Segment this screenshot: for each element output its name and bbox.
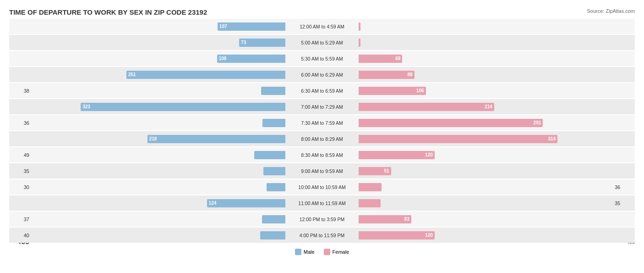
legend-female-box	[324, 249, 330, 255]
female-value-right: 36	[612, 184, 635, 190]
bars-center: 10:00 AM to 10:59 AM	[32, 179, 612, 195]
table-row: 107 12:00 AM to 4:59 AM	[9, 19, 635, 34]
female-bar: 51	[359, 167, 391, 175]
male-value-left: 38	[9, 88, 32, 94]
female-bar: 314	[359, 135, 557, 143]
female-bar-value: 314	[548, 136, 556, 141]
male-bar	[263, 167, 285, 175]
male-value-left: 35	[9, 168, 32, 174]
female-bar-wrap	[359, 35, 612, 50]
time-label: 12:00 PM to 3:59 PM	[285, 217, 359, 222]
male-bar-value: 323	[82, 104, 90, 109]
female-bar-value: 291	[534, 120, 541, 125]
male-bar: 323	[81, 103, 285, 111]
male-bar: 108	[217, 55, 285, 63]
male-bar-wrap: 323	[32, 99, 285, 114]
female-bar: 120	[359, 231, 435, 240]
table-row: 37 12:00 PM to 3:59 PM 83	[9, 212, 635, 227]
female-bar: 69	[359, 55, 402, 63]
male-bar-wrap: 218	[32, 131, 285, 146]
time-label: 6:30 AM to 6:59 AM	[285, 88, 359, 94]
male-value-left: 40	[9, 233, 32, 238]
female-bar-value: 214	[485, 104, 492, 109]
table-row: 251 6:00 AM to 6:29 AM 88	[9, 67, 635, 82]
male-bar	[267, 183, 285, 191]
female-bar-value: 120	[425, 233, 433, 238]
female-bar-wrap: 88	[359, 67, 612, 82]
legend-male-label: Male	[304, 249, 315, 255]
male-bar	[260, 231, 285, 240]
male-bar-wrap: 251	[32, 67, 285, 82]
female-bar-wrap	[359, 195, 612, 211]
bars-center: 6:30 AM to 6:59 AM 106	[32, 83, 612, 98]
female-bar-wrap: 120	[359, 228, 612, 243]
male-bar-value: 108	[219, 56, 227, 61]
female-bar-wrap: 214	[359, 99, 612, 114]
source-label: Source: ZipAtlas.com	[587, 8, 635, 14]
female-bar-wrap: 106	[359, 83, 612, 98]
female-bar-value: 120	[425, 152, 433, 157]
male-value-left: 30	[9, 184, 32, 190]
female-bar: 214	[359, 103, 494, 111]
male-value-left: 37	[9, 217, 32, 222]
table-row: 124 11:00 AM to 11:59 AM 35	[9, 195, 635, 211]
female-bar-value: 83	[404, 217, 409, 222]
bars-center: 73 5:00 AM to 5:29 AM	[32, 35, 612, 50]
male-bar-value: 73	[241, 40, 246, 45]
male-bar-value: 251	[128, 72, 136, 77]
chart-container: TIME OF DEPARTURE TO WORK BY SEX IN ZIP …	[0, 0, 644, 273]
bars-center: 4:00 PM to 11:59 PM 120	[32, 228, 612, 243]
male-bar-wrap: 107	[32, 19, 285, 34]
time-label: 11:00 AM to 11:59 AM	[285, 201, 359, 206]
legend-female-label: Female	[333, 249, 349, 255]
female-bar-wrap: 51	[359, 163, 612, 178]
time-label: 7:00 AM to 7:29 AM	[285, 104, 359, 110]
female-bar-wrap	[359, 19, 612, 34]
bars-center: 251 6:00 AM to 6:29 AM 88	[32, 67, 612, 82]
bars-center: 218 8:00 AM to 8:29 AM 314	[32, 131, 612, 146]
male-bar-value: 218	[149, 136, 157, 141]
female-bar-wrap: 69	[359, 51, 612, 66]
table-row: 35 9:00 AM to 9:59 AM 51	[9, 163, 635, 178]
table-row: 49 8:30 AM to 8:59 AM 120	[9, 147, 635, 162]
table-row: 36 7:30 AM to 7:59 AM 291	[9, 115, 635, 130]
male-bar: 107	[218, 22, 285, 31]
table-row: 218 8:00 AM to 8:29 AM 314	[9, 131, 635, 146]
time-label: 8:00 AM to 8:29 AM	[285, 136, 359, 142]
female-value-right: 35	[612, 201, 635, 206]
female-bar: 291	[359, 119, 543, 127]
female-bar-wrap: 314	[359, 131, 612, 146]
bars-center: 107 12:00 AM to 4:59 AM	[32, 19, 612, 34]
male-bar: 124	[207, 199, 285, 207]
male-bar-wrap	[32, 115, 285, 130]
table-row: 108 5:30 AM to 5:59 AM 69	[9, 51, 635, 66]
male-value-left: 36	[9, 120, 32, 126]
female-bar	[359, 22, 360, 31]
female-bar	[359, 39, 360, 47]
male-bar	[262, 215, 285, 223]
table-row: 40 4:00 PM to 11:59 PM 120	[9, 228, 635, 243]
female-bar-value: 88	[408, 72, 413, 77]
male-bar-wrap	[32, 179, 285, 195]
time-label: 7:30 AM to 7:59 AM	[285, 120, 359, 126]
male-bar-value: 107	[219, 24, 227, 29]
table-row: 38 6:30 AM to 6:59 AM 106	[9, 83, 635, 98]
male-value-left: 49	[9, 152, 32, 158]
bars-center: 8:30 AM to 8:59 AM 120	[32, 147, 612, 162]
male-bar-wrap: 108	[32, 51, 285, 66]
bars-center: 12:00 PM to 3:59 PM 83	[32, 212, 612, 227]
legend: Male Female	[9, 249, 635, 255]
male-bar-wrap	[32, 212, 285, 227]
male-bar-wrap	[32, 228, 285, 243]
bars-center: 124 11:00 AM to 11:59 AM	[32, 195, 612, 211]
time-label: 4:00 PM to 11:59 PM	[285, 233, 359, 238]
female-bar-wrap: 120	[359, 147, 612, 162]
male-bar: 73	[239, 39, 285, 47]
time-label: 10:00 AM to 10:59 AM	[285, 184, 359, 190]
time-label: 12:00 AM to 4:59 AM	[285, 24, 359, 29]
female-bar	[359, 183, 382, 191]
female-bar: 120	[359, 151, 435, 159]
female-bar-wrap	[359, 179, 612, 195]
male-bar: 251	[126, 71, 285, 79]
female-bar: 88	[359, 71, 415, 79]
